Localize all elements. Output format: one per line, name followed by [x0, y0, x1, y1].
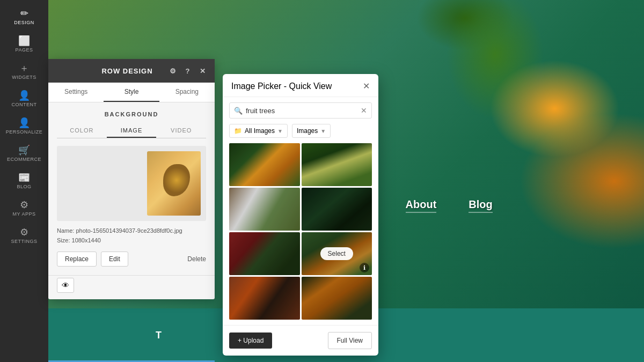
panel-content: BACKGROUND COLOR IMAGE VIDEO Name: photo…	[48, 102, 215, 275]
panel-header-icons: ⚙ ? ✕	[167, 65, 208, 76]
grid-item-2-overlay	[302, 143, 372, 186]
sidebar-label-ecommerce: ECOMMERCE	[7, 157, 41, 162]
sidebar-label-settings: SETTINGS	[11, 239, 37, 244]
grid-item-4-overlay	[302, 188, 372, 231]
grid-item-3[interactable]	[229, 188, 300, 231]
grid-item-2[interactable]	[302, 143, 372, 186]
settings-icon: ⚙	[20, 227, 28, 237]
sidebar-item-settings[interactable]: ⚙ SETTINGS	[0, 223, 48, 248]
image-name: Name: photo-1565014394037-9ce23d8fdf0c.j…	[57, 226, 206, 236]
all-images-dropdown[interactable]: 📁 All Images ▼	[229, 124, 288, 138]
edit-button[interactable]: Edit	[101, 252, 128, 267]
image-preview-thumbnail	[147, 151, 201, 216]
filter-all-images-label: All Images	[245, 127, 275, 135]
pencil-icon: ✏	[20, 9, 28, 18]
delete-button[interactable]: Delete	[187, 255, 206, 263]
personalize-icon: 👤	[18, 118, 30, 128]
grid-item-4[interactable]	[302, 188, 372, 231]
sidebar-label-personalize: PERSONALIZE	[6, 129, 43, 135]
modal-title: Image Picker - Quick View	[231, 82, 332, 91]
preview-toggle-button[interactable]: 👁	[57, 278, 74, 293]
help-icon[interactable]: ?	[182, 65, 193, 76]
sidebar: ✏ DESIGN ⬜ PAGES ＋ WIDGETS 👤 CONTENT 👤 P…	[0, 0, 48, 362]
nav-about[interactable]: About	[406, 198, 437, 213]
upload-button[interactable]: + Upload	[229, 333, 272, 349]
bg-tab-color[interactable]: COLOR	[57, 124, 107, 138]
modal-header: Image Picker - Quick View ✕	[223, 74, 378, 97]
sidebar-label-my-apps: MY APPS	[13, 211, 36, 217]
sidebar-item-ecommerce[interactable]: 🛒 ECOMMERCE	[0, 141, 48, 166]
filter-type-label: Images	[297, 127, 318, 135]
image-preview-box	[57, 146, 206, 221]
ecommerce-icon: 🛒	[18, 145, 30, 155]
sidebar-label-widgets: WIDGETS	[12, 75, 36, 80]
grid-item-6-overlay: Select ℹ	[302, 232, 372, 275]
grid-item-5[interactable]	[229, 232, 300, 275]
search-icon: 🔍	[234, 107, 243, 115]
sidebar-label-content: CONTENT	[12, 102, 37, 107]
image-info: Name: photo-1565014394037-9ce23d8fdf0c.j…	[57, 226, 206, 245]
grid-item-8-overlay	[302, 277, 372, 320]
settings-gear-icon[interactable]: ⚙	[167, 65, 178, 76]
search-bar: 🔍 ✕	[229, 102, 372, 119]
apps-icon: ⚙	[20, 200, 28, 210]
sidebar-label-design: DESIGN	[14, 20, 34, 25]
sidebar-item-my-apps[interactable]: ⚙ MY APPS	[0, 196, 48, 221]
full-view-button[interactable]: Full View	[328, 332, 372, 349]
grid-item-7[interactable]	[229, 277, 300, 320]
search-clear-button[interactable]: ✕	[361, 106, 367, 115]
sidebar-item-personalize[interactable]: 👤 PERSONALIZE	[0, 114, 48, 139]
image-size: Size: 1080x1440	[57, 236, 206, 246]
panel-footer: 👁	[48, 275, 215, 299]
folder-icon: 📁	[234, 127, 242, 135]
blog-icon: 📰	[18, 173, 30, 182]
filter-row: 📁 All Images ▼ Images ▼	[223, 124, 378, 143]
style-section-label: BACKGROUND	[57, 111, 206, 117]
image-type-dropdown[interactable]: Images ▼	[292, 124, 331, 138]
tab-style[interactable]: Style	[104, 83, 159, 102]
bottom-bar-text: T	[156, 330, 163, 341]
modal-footer: + Upload Full View	[223, 325, 378, 356]
pages-icon: ⬜	[18, 36, 30, 46]
replace-button[interactable]: Replace	[57, 252, 97, 267]
sidebar-item-design[interactable]: ✏ DESIGN	[0, 4, 48, 29]
bg-tabs: COLOR IMAGE VIDEO	[57, 124, 206, 138]
plus-icon: ＋	[19, 63, 29, 73]
chevron-down-icon-2: ▼	[320, 128, 326, 134]
grid-item-1[interactable]	[229, 143, 300, 186]
grid-item-3-overlay	[229, 188, 300, 231]
select-button[interactable]: Select	[320, 247, 353, 260]
chevron-down-icon: ▼	[277, 128, 283, 134]
sidebar-item-blog[interactable]: 📰 BLOG	[0, 168, 48, 194]
grid-item-1-overlay	[229, 143, 300, 186]
grid-item-6[interactable]: Select ℹ	[302, 232, 372, 275]
row-design-panel: ROW DESIGN ⚙ ? ✕ Settings Style Spacing …	[48, 59, 215, 299]
panel-close-icon[interactable]: ✕	[197, 65, 208, 76]
search-input[interactable]	[246, 107, 357, 115]
panel-title: ROW DESIGN	[87, 67, 167, 75]
bg-tab-image[interactable]: IMAGE	[107, 124, 157, 138]
info-button[interactable]: ℹ	[360, 263, 369, 272]
sidebar-label-blog: BLOG	[17, 184, 31, 189]
sidebar-label-pages: PAGES	[16, 47, 33, 53]
sidebar-item-pages[interactable]: ⬜ PAGES	[0, 32, 48, 57]
sidebar-item-content[interactable]: 👤 CONTENT	[0, 86, 48, 112]
grid-item-7-overlay	[229, 277, 300, 320]
sidebar-item-widgets[interactable]: ＋ WIDGETS	[0, 59, 48, 84]
image-picker-modal: Image Picker - Quick View ✕ 🔍 ✕ 📁 All Im…	[223, 74, 378, 356]
tab-settings[interactable]: Settings	[48, 83, 104, 102]
bg-tab-video[interactable]: VIDEO	[156, 124, 206, 138]
panel-header: ROW DESIGN ⚙ ? ✕	[48, 59, 215, 83]
image-grid: Select ℹ	[223, 143, 378, 320]
modal-close-button[interactable]: ✕	[363, 82, 370, 91]
panel-tabs: Settings Style Spacing	[48, 83, 215, 102]
content-icon: 👤	[18, 91, 30, 100]
tab-spacing[interactable]: Spacing	[159, 83, 215, 102]
panel-actions: Replace Edit Delete	[57, 252, 206, 267]
grid-item-8[interactable]	[302, 277, 372, 320]
grid-item-5-overlay	[229, 232, 300, 275]
nav-blog[interactable]: Blog	[469, 198, 492, 213]
